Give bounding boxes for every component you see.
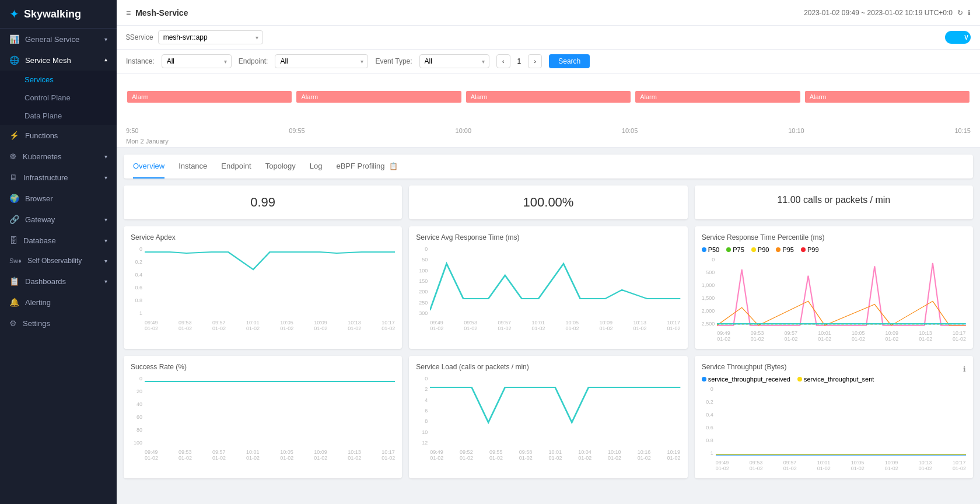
filter-bar: Instance: All Endpoint: All Event Type: … [117,50,980,74]
chart-service-apdex: Service Apdex 10.80.60.40.20 09:4901-020… [124,226,402,349]
load-value: 11.00 calls or packets / min [704,195,964,205]
endpoint-select-wrapper[interactable]: All [275,54,368,68]
success-rate-svg [145,376,395,446]
stat-apdex: 0.99 [124,186,402,219]
service-mesh-chevron: ▾ [104,57,107,64]
next-page-button[interactable]: › [528,54,542,68]
page-number: 1 [513,56,526,66]
legend-sent: service_throughput_sent [797,376,874,383]
sidebar-item-kubernetes[interactable]: ☸ Kubernetes ▾ [0,146,117,167]
tab-ebpf[interactable]: eBPF Profiling 📋 [336,155,398,178]
functions-label: Functions [25,131,58,140]
legend-p95: P95 [776,246,794,253]
main-content: ≡ Mesh-Service 2023-01-02 09:49 ~ 2023-0… [117,0,980,504]
legend-p75: P75 [726,246,744,253]
sidebar-item-functions[interactable]: ⚡ Functions [0,125,117,146]
endpoint-select[interactable]: All [275,54,368,68]
chart-apdex-title: Service Apdex [131,233,395,242]
throughput-info-icon[interactable]: ℹ [963,365,966,373]
alerting-icon: 🔔 [9,298,19,307]
tab-topology[interactable]: Topology [265,155,296,178]
chart-service-load-title: Service Load (calls or packets / min) [416,363,680,371]
alerting-label: Alerting [25,298,51,307]
toggle-switch[interactable] [945,31,971,44]
chart-avg-response-title: Service Avg Response Time (ms) [416,233,680,242]
header: ≡ Mesh-Service 2023-01-02 09:49 ~ 2023-0… [117,0,980,26]
alarm-bar-3: Alarm [466,91,631,103]
service-load-svg [430,376,680,446]
general-service-chevron: ▾ [104,36,107,43]
service-load-y-axis: 121086420 [416,376,430,446]
chart-success-rate: Success Rate (%) 100806040200 09:4901-02… [124,356,402,478]
alarm-bar-4: Alarm [635,91,800,103]
throughput-svg [716,386,966,456]
event-type-select[interactable]: All [419,54,489,68]
avg-response-chart-area: 09:4901-0209:5301-0209:5701-0210:0101-02… [430,246,680,331]
success-rate-y-axis: 100806040200 [131,376,145,446]
chart-percentile: Service Response Time Percentile (ms) P5… [695,226,973,349]
sidebar-item-self-observability[interactable]: Sw♦ Self Observability ▾ [0,251,117,271]
alarm-bar-1: Alarm [127,91,292,103]
sidebar-item-gateway[interactable]: 🔗 Gateway ▾ [0,209,117,230]
dashboards-icon: 📋 [9,276,19,286]
service-select[interactable]: mesh-svr::app [158,30,263,44]
sidebar-item-browser[interactable]: 🌍 Browser [0,188,117,209]
events-chart: Alarm Alarm Alarm Alarm Alarm [126,78,971,125]
browser-icon: 🌍 [9,194,19,203]
avg-response-svg [430,246,680,316]
sidebar-item-service-mesh[interactable]: 🌐 Service Mesh ▾ [0,50,117,71]
infrastructure-label: Infrastructure [23,173,68,182]
general-service-icon: 📊 [9,34,19,44]
apdex-x-axis: 09:4901-0209:5301-0209:5701-0210:0101-02… [145,320,395,331]
gateway-label: Gateway [25,215,55,224]
event-type-select-wrapper[interactable]: All [419,54,489,68]
time-label-3: 10:00 [456,127,472,134]
sidebar-item-settings[interactable]: ⚙ Settings [0,313,117,334]
prev-page-button[interactable]: ‹ [496,54,510,68]
sidebar-item-alerting[interactable]: 🔔 Alerting [0,292,117,313]
search-button[interactable]: Search [549,54,590,68]
time-range: 2023-01-02 09:49 ~ 2023-01-02 10:19 UTC+… [804,9,953,17]
refresh-icon[interactable]: ↻ [957,9,963,17]
tab-log[interactable]: Log [310,155,323,178]
chart-throughput-title: Service Throughput (Bytes) [702,363,787,371]
instance-select-wrapper[interactable]: All [162,54,232,68]
gateway-chevron: ▾ [104,216,107,223]
header-right: 2023-01-02 09:49 ~ 2023-01-02 10:19 UTC+… [804,9,971,17]
service-mesh-icon: 🌐 [9,55,19,65]
sidebar-item-database[interactable]: 🗄 Database ▾ [0,230,117,251]
stats-row: 0.99 100.00% 11.00 calls or packets / mi… [124,186,973,219]
page-title: Mesh-Service [135,8,188,18]
info-icon[interactable]: ℹ [968,9,971,17]
throughput-y-axis: 10.80.60.40.20 [702,386,716,456]
service-select-wrapper[interactable]: mesh-svr::app [158,30,263,44]
logo-icon: ✦ [9,7,19,21]
apdex-value: 0.99 [133,195,393,210]
apdex-chart-area: 09:4901-0209:5301-0209:5701-0210:0101-02… [145,246,395,331]
tab-instance[interactable]: Instance [178,155,207,178]
sidebar-item-general-service[interactable]: 📊 General Service ▾ [0,29,117,50]
instance-select[interactable]: All [162,54,232,68]
avg-response-x-axis: 09:4901-0209:5301-0209:5701-0210:0101-02… [430,320,680,331]
settings-icon: ⚙ [9,318,17,328]
chart-percentile-title: Service Response Time Percentile (ms) [702,233,966,242]
infrastructure-icon: 🖥 [9,173,18,182]
pagination: ‹ 1 › [496,54,542,68]
ebpf-icon: 📋 [389,162,398,170]
service-load-chart-area: 09:4901-0209:5201-0209:5501-0209:5801-02… [430,376,680,461]
service-label: $Service [126,33,153,41]
gateway-icon: 🔗 [9,215,19,224]
legend-p90: P90 [751,246,769,253]
sidebar-item-dashboards[interactable]: 📋 Dashboards ▾ [0,271,117,292]
dashboards-label: Dashboards [25,277,66,286]
sidebar-item-services[interactable]: Services [0,71,117,89]
service-mesh-label: Service Mesh [25,56,71,65]
throughput-chart-area: 09:4901-0209:5301-0209:5701-0210:0101-02… [716,386,966,471]
sidebar-item-data-plane[interactable]: Data Plane [0,107,117,125]
tab-endpoint[interactable]: Endpoint [221,155,251,178]
self-obs-label: Self Observability [27,257,82,265]
menu-icon: ≡ [126,8,131,18]
sidebar-item-infrastructure[interactable]: 🖥 Infrastructure ▾ [0,167,117,188]
tab-overview[interactable]: Overview [133,155,164,178]
sidebar-item-control-plane[interactable]: Control Plane [0,89,117,107]
